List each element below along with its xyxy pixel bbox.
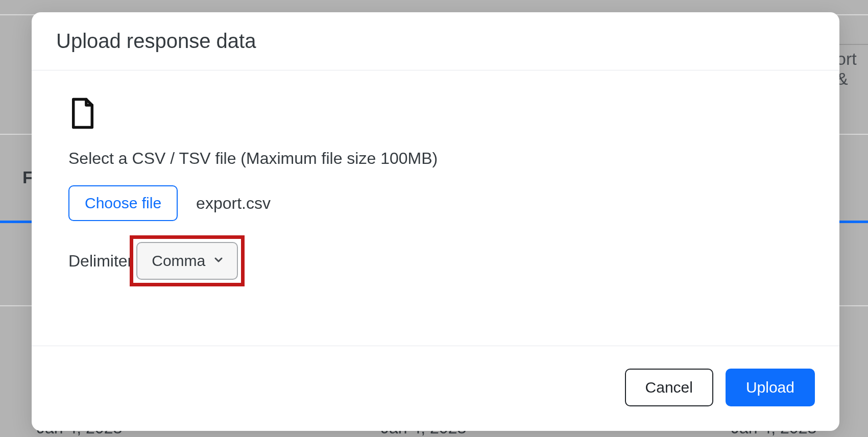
choose-file-button[interactable]: Choose file (68, 185, 178, 221)
selected-filename: export.csv (196, 194, 271, 213)
chevron-down-icon (212, 252, 225, 270)
file-row: Choose file export.csv (68, 185, 803, 221)
delimiter-highlight: Comma (130, 235, 245, 286)
delimiter-row: Delimiter Comma (68, 235, 803, 286)
delimiter-select-value: Comma (152, 252, 205, 270)
delimiter-select[interactable]: Comma (136, 242, 238, 280)
upload-modal: Upload response data Select a CSV / TSV … (32, 12, 839, 431)
cancel-button[interactable]: Cancel (625, 369, 713, 406)
file-instruction-text: Select a CSV / TSV file (Maximum file si… (68, 149, 803, 168)
delimiter-label: Delimiter (68, 252, 133, 271)
modal-header: Upload response data (32, 12, 839, 70)
modal-body: Select a CSV / TSV file (Maximum file si… (32, 70, 839, 346)
file-icon (68, 97, 803, 132)
modal-title: Upload response data (56, 30, 815, 53)
modal-footer: Cancel Upload (32, 346, 839, 431)
upload-button[interactable]: Upload (726, 369, 815, 406)
